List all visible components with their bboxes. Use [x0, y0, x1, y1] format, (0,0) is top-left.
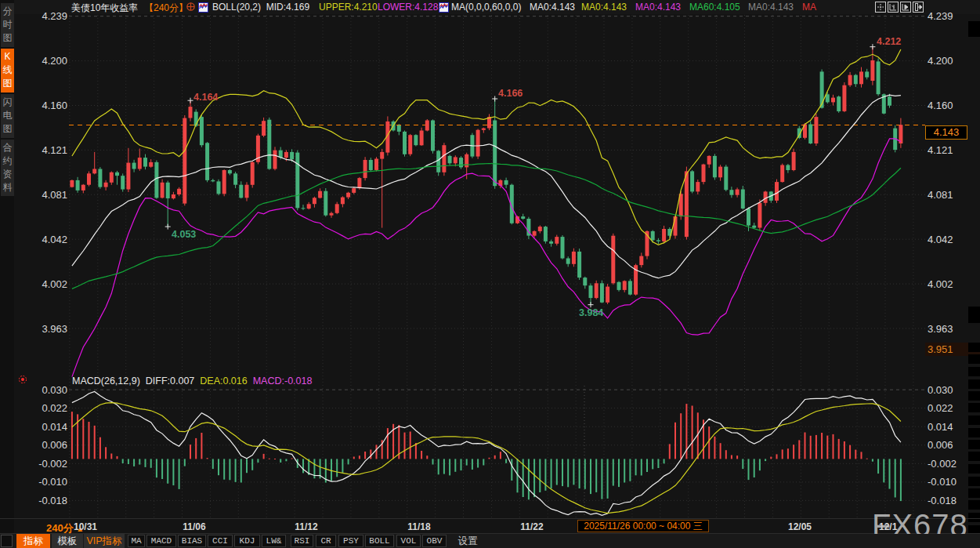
svg-text:4.166: 4.166: [498, 88, 523, 99]
svg-text:4.053: 4.053: [172, 229, 196, 240]
svg-text:3.984: 3.984: [579, 307, 603, 318]
svg-text:4.212: 4.212: [877, 36, 901, 47]
svg-text:4.164: 4.164: [193, 92, 218, 103]
